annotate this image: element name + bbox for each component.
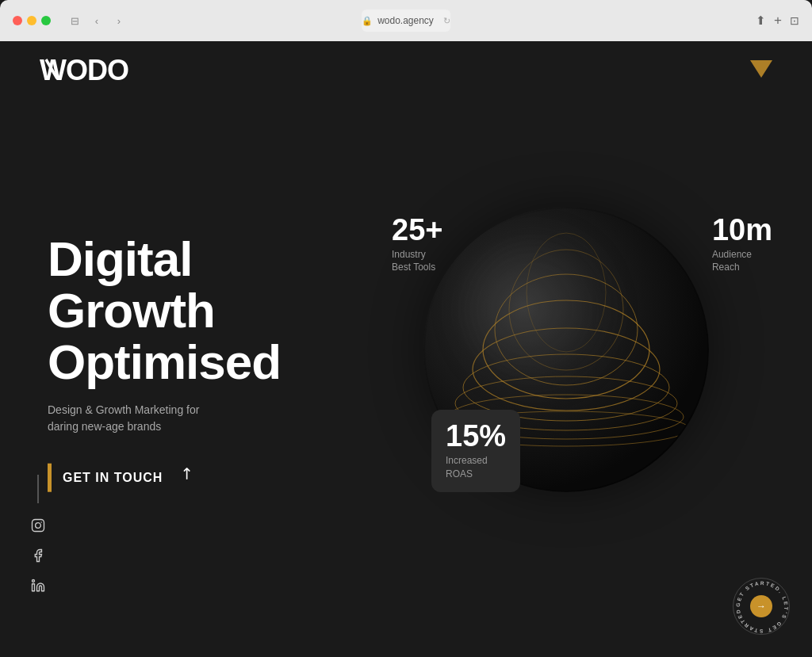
stat-industry-tools: 25+ Industry Best Tools [392,215,442,275]
hero-subtitle: Design & Growth Marketing fordaring new-… [48,402,281,435]
browser-right-controls: ⬆ + ⊡ [756,13,799,29]
hero-title: Digital Growth Optimised [48,232,281,387]
cta-arrow-icon: ↗ [175,461,198,484]
stat-audience-reach: 10m Audience Reach [712,215,772,275]
minimize-button[interactable] [27,16,36,25]
back-button[interactable]: ‹ [89,13,105,29]
svg-point-17 [40,521,42,523]
logo-text: WODO [40,55,135,79]
badge-circle: GET STARTED. LET'S GET STARTED. → [733,578,790,635]
forward-button[interactable]: › [111,13,127,29]
maximize-button[interactable] [41,16,51,25]
get-started-badge[interactable]: GET STARTED. LET'S GET STARTED. → [733,578,790,635]
instagram-icon[interactable] [30,518,46,533]
facebook-icon[interactable] [30,548,46,563]
share-icon[interactable]: ⬆ [756,13,766,28]
sidebar-left [30,475,46,594]
cta-button[interactable]: GET IN TOUCH ↗ [48,464,281,492]
tabs-icon[interactable]: ⊡ [790,14,799,27]
close-button[interactable] [13,16,22,25]
svg-point-16 [36,523,41,529]
sidebar-line [37,475,39,503]
logo[interactable]: WODO [40,53,135,85]
stat-roas: 15% Increased ROAS [431,410,520,492]
cta-label: GET IN TOUCH [63,471,163,485]
traffic-lights [13,16,51,25]
browser-controls: ⊟ ‹ › [67,13,127,29]
sidebar-toggle[interactable]: ⊟ [67,13,82,29]
nav-menu-triangle[interactable] [750,60,772,78]
sphere-container: 25+ Industry Best Tools 10m Audience Rea… [416,199,717,500]
browser-chrome: ⊟ ‹ › 🔒 wodo.agency ↻ ⬆ + ⊡ [0,0,812,41]
url-text: wodo.agency [377,15,434,26]
linkedin-icon[interactable] [30,578,46,594]
svg-point-14 [463,239,606,381]
svg-rect-15 [33,520,44,532]
address-bar[interactable]: 🔒 wodo.agency ↻ [362,10,450,32]
new-tab-icon[interactable]: + [774,13,782,29]
navbar: WODO [0,41,812,97]
page-content: WODO Digital Growth Optimised Design & G… [0,41,812,657]
svg-point-19 [33,580,35,583]
hero-content: Digital Growth Optimised Design & Growth… [48,232,281,491]
cta-accent-bar [48,464,52,492]
badge-arrow-icon: → [750,595,772,617]
svg-rect-18 [33,584,35,591]
